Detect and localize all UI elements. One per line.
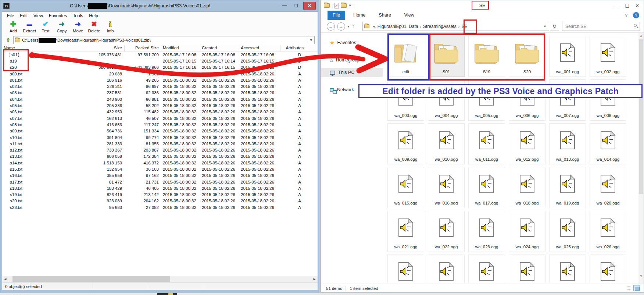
up-button[interactable]: ↑: [352, 22, 355, 29]
table-row[interactable]: s17.txt 81 472 21 731 2015-05-18 00:32 2…: [2, 179, 318, 185]
minimize-button[interactable]: —: [614, 3, 619, 8]
file-tile[interactable]: wa_013.ogg: [549, 123, 586, 164]
column-size[interactable]: Size: [88, 45, 125, 51]
file-tile[interactable]: wa_024.ogg: [509, 211, 545, 252]
forward-button[interactable]: →: [337, 22, 345, 31]
table-row[interactable]: s04.txt 248 900 66 881 2015-05-18 00:32 …: [2, 96, 318, 102]
menu-item[interactable]: Tools: [70, 13, 86, 19]
file-tile[interactable]: wa_012.ogg: [509, 123, 545, 164]
file-tile[interactable]: wa_020.ogg: [590, 167, 626, 208]
file-tile[interactable]: wa_007.ogg: [549, 79, 586, 121]
table-row[interactable]: s15.txt 132 954 36 103 2015-05-18 00:32 …: [2, 166, 318, 172]
table-row[interactable]: s16.txt 355 658 97 162 2015-05-18 00:32 …: [2, 173, 318, 179]
table-row[interactable]: s01.txt 186 916 49 265 2015-05-18 00:32 …: [2, 77, 318, 83]
file-tile[interactable]: [428, 255, 465, 283]
move-button[interactable]: ➜Move: [71, 20, 85, 33]
file-tile[interactable]: [590, 255, 626, 283]
file-tile[interactable]: wa_004.ogg: [428, 79, 465, 121]
file-tile[interactable]: wa_009.ogg: [387, 123, 424, 164]
file-tile[interactable]: wa_014.ogg: [590, 123, 626, 164]
sidebar-item-network[interactable]: Network: [321, 85, 383, 94]
ribbon-tab[interactable]: View: [399, 11, 419, 20]
sidebar-item-favorites[interactable]: ★Favorites: [321, 38, 383, 47]
file-tile[interactable]: edit: [387, 36, 424, 77]
table-row[interactable]: s02.txt 326 311 86 697 2015-05-18 00:32 …: [2, 83, 318, 89]
file-tile[interactable]: wa_025.ogg: [549, 211, 586, 252]
column-accessed[interactable]: Accessed: [239, 45, 280, 51]
file-tile[interactable]: wa_010.ogg: [428, 123, 465, 164]
minimize-button[interactable]: —: [280, 2, 289, 9]
file-tile[interactable]: [387, 255, 424, 283]
scroll-right-icon[interactable]: ►: [311, 276, 318, 282]
table-row[interactable]: s12.txt 738 367 203 887 2015-05-18 00:32…: [2, 147, 318, 153]
details-view-button[interactable]: [626, 285, 632, 291]
file-tile[interactable]: S20: [509, 36, 545, 77]
ribbon-collapse-icon[interactable]: ∨: [625, 13, 628, 18]
scroll-up-icon[interactable]: ∧: [638, 34, 644, 38]
scroll-down-icon[interactable]: ∨: [638, 274, 644, 278]
file-tile[interactable]: wa_023.ogg: [468, 211, 505, 252]
file-tile[interactable]: wa_003.ogg: [387, 79, 424, 121]
breadcrumb-dropdown-icon[interactable]: ▼: [543, 25, 547, 28]
breadcrumb-item[interactable]: HigurashiEp01_Data: [378, 24, 418, 29]
table-row[interactable]: s03.txt 237 581 62 336 2015-05-18 00:32 …: [2, 90, 318, 96]
breadcrumb-item-current[interactable]: SE: [461, 24, 467, 29]
file-tile[interactable]: wa_018.ogg: [509, 167, 545, 208]
file-tile[interactable]: wa_022.ogg: [428, 211, 465, 252]
maximize-button[interactable]: ❑: [291, 2, 301, 9]
menu-item[interactable]: Favorites: [46, 13, 69, 19]
table-row[interactable]: s13.txt 606 058 172 384 2015-05-18 00:32…: [2, 153, 318, 160]
table-row[interactable]: s05.txt 205 336 58 202 2015-05-18 00:32 …: [2, 102, 318, 109]
maximize-button[interactable]: ❑: [625, 3, 629, 8]
file-tile[interactable]: wa_021.ogg: [387, 211, 424, 252]
file-tile[interactable]: wa_006.ogg: [509, 79, 545, 121]
breadcrumb-overflow[interactable]: «: [373, 24, 376, 29]
7zip-titlebar[interactable]: 7z C:\Users\Downloads\Higurashi\Higurash…: [0, 0, 319, 11]
close-button[interactable]: ✕: [303, 2, 316, 10]
info-button[interactable]: iInfo: [103, 20, 118, 33]
sidebar-item-this-pc[interactable]: This PC: [321, 68, 383, 77]
recent-locations-icon[interactable]: ▼: [347, 25, 350, 28]
table-row[interactable]: s19 2015-05-17 16:15 2015-05-17 16:14 20…: [2, 58, 318, 64]
ribbon-tab[interactable]: Home: [348, 11, 371, 20]
table-row[interactable]: s23.txt 95 683 27 082 2015-05-18 00:32 2…: [2, 204, 318, 210]
table-row[interactable]: s20.txt 923 089 264 162 2015-05-18 00:32…: [2, 198, 318, 204]
table-row[interactable]: s14.txt 1 518 150 416 372 2015-05-18 00:…: [2, 160, 318, 166]
ribbon-tab[interactable]: Share: [374, 11, 396, 20]
menu-item[interactable]: Help: [86, 13, 101, 19]
table-row[interactable]: s19.txt 826 419 213 142 2015-05-18 00:32…: [2, 192, 318, 198]
file-tile[interactable]: S19: [468, 36, 505, 77]
scrollbar-thumb[interactable]: [12, 276, 170, 282]
breadcrumb-item[interactable]: StreamingAssets: [423, 24, 457, 29]
column-name[interactable]: Name: [2, 45, 88, 51]
refresh-button[interactable]: ↻: [550, 22, 559, 31]
back-button[interactable]: ←: [327, 22, 335, 31]
delete-button[interactable]: ✖Delete: [87, 20, 101, 33]
file-tile[interactable]: wa_019.ogg: [549, 167, 586, 208]
scroll-left-icon[interactable]: ◄: [2, 276, 8, 282]
table-row[interactable]: s07.txt 162 613 46 507 2015-05-18 00:32 …: [2, 115, 318, 121]
sidebar-item-homegroup[interactable]: ⌂Homegroup: [321, 56, 383, 64]
table-row[interactable]: s00.txt 29 688 1 561 2015-05-17 18:15 20…: [2, 71, 318, 77]
file-tile[interactable]: S01: [428, 36, 465, 77]
search-input[interactable]: Search SE: [562, 22, 640, 31]
file-tile[interactable]: [549, 255, 586, 283]
table-row[interactable]: s01 105 376 481 97 591 709 2015-05-17 16…: [2, 51, 318, 58]
file-tile[interactable]: wa_008.ogg: [590, 79, 626, 121]
table-row[interactable]: s06.txt 432 950 115 482 2015-05-18 00:32…: [2, 109, 318, 115]
file-tile[interactable]: [509, 255, 545, 283]
menu-item[interactable]: Edit: [17, 13, 30, 19]
add-button[interactable]: ✚Add: [6, 20, 21, 33]
archive-path-combobox[interactable]: C:\Users\Downloads\Higurashi\HigurashiPS…: [13, 36, 315, 44]
file-tile[interactable]: wa_005.ogg: [468, 79, 505, 121]
table-row[interactable]: s10.txt 391 804 99 774 2015-05-18 00:32 …: [2, 134, 318, 141]
file-tile[interactable]: wa_002.ogg: [590, 36, 626, 77]
ribbon-tab[interactable]: File: [328, 11, 345, 20]
breadcrumb[interactable]: « HigurashiEp01_Data › StreamingAssets ›…: [362, 22, 549, 31]
column-packed-size[interactable]: Packed Size: [125, 45, 161, 51]
vertical-scrollbar[interactable]: ∧ ∨: [638, 33, 644, 284]
scrollbar-thumb[interactable]: [639, 39, 643, 194]
column-created[interactable]: Created: [200, 45, 239, 51]
copy-button[interactable]: ➜Copy: [54, 20, 69, 33]
file-tile[interactable]: wa_015.ogg: [387, 167, 424, 208]
